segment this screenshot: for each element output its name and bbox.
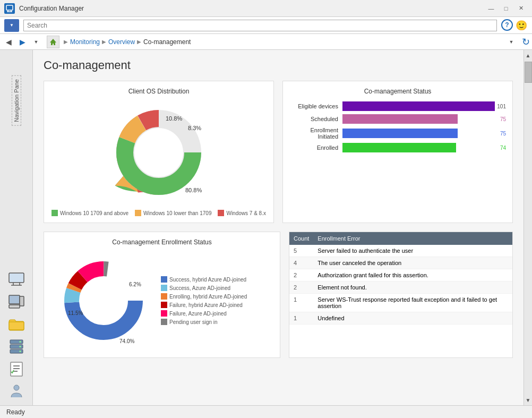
enroll-label-blue: 74.0% [119,338,134,344]
enrollment-svg: 6.2% 11.5% 74.0% [50,250,157,351]
table-row: 1 Server WS-Trust response reported faul… [289,294,512,312]
bar-track-enrollment-initiated [342,129,498,138]
error-message: Element not found. [313,281,512,294]
search-bar: ▼ ? 🙂 [0,17,532,34]
enroll-center [80,277,127,324]
bar-track-eligible [342,101,495,111]
error-count: 1 [289,312,313,325]
search-actions: ? 🙂 [501,19,528,32]
breadcrumb-monitoring[interactable]: Monitoring [70,38,100,46]
status-bar: Ready [0,405,532,418]
svg-point-17 [19,341,21,343]
client-os-legend: Windows 10 1709 and above Windows 10 low… [52,210,266,216]
dropdown-button[interactable]: ▼ [30,36,42,48]
enroll-label-red: 11.5% [68,310,83,316]
forward-button[interactable]: ▶ [16,36,29,48]
error-table-body: 5 Server failed to authenticate the user… [289,245,512,325]
sidebar-icon-computer[interactable] [6,293,27,312]
breadcrumb-sep-2: ▶ [102,39,106,45]
main-layout: Navigation Pane [0,50,532,405]
svg-rect-12 [9,305,20,308]
title-bar: Configuration Manager — □ ✕ [0,0,532,17]
comanagement-status-title: Co-management Status [289,88,506,95]
bar-label-eligible: Eligible devices [289,103,342,109]
window-controls: — □ ✕ [484,3,528,14]
enroll-dot-pink [161,310,167,317]
svg-rect-10 [9,295,20,304]
close-button[interactable]: ✕ [514,3,528,14]
maximize-button[interactable]: □ [499,3,513,14]
legend-red: Windows 7 & 8.x [218,210,265,216]
enrollment-errors-table: Count Enrollment Error 5 Server failed t… [289,232,513,358]
enroll-label-failure-hybrid: Failure, hybrid Azure AD-joined [169,302,243,308]
sidebar-icon-server[interactable] [6,337,27,356]
legend-yellow: Windows 10 lower than 1709 [135,210,211,216]
status-text: Ready [6,408,25,416]
enroll-label-azure-success: Success, Azure AD-joined [169,285,230,291]
sidebar-icon-checklist[interactable] [6,360,27,379]
bar-row-eligible: Eligible devices 101 [289,101,506,111]
table-row: 4 The user canceled the operation [289,257,512,269]
svg-rect-11 [20,296,24,306]
client-os-chart: Client OS Distribution [44,81,274,223]
enrollment-legend: Success, hybrid Azure AD-joined Success,… [161,276,247,325]
enrollment-inner: 6.2% 11.5% 74.0% Success, hybrid Azure A… [50,250,273,351]
enroll-label-enrolling-hybrid: Enrolling, hybrid Azure AD-joined [169,294,247,300]
refresh-icon[interactable]: ↻ [522,36,530,48]
enroll-label-pending: Pending user sign in [169,319,218,325]
bar-fill-enrollment-initiated [342,129,458,138]
svg-marker-4 [50,39,56,45]
breadcrumb-comanagement: Co-management [143,38,191,46]
enroll-legend-lightblue: Success, Azure AD-joined [161,285,247,291]
table-row: 2 Authorization grant failed for this as… [289,269,512,281]
enroll-dot-grey [161,319,167,325]
content-area[interactable]: Co-management Client OS Distribution [33,50,524,405]
client-os-donut: 8.3% 10.8% 80.8% Windows 10 1709 and abo… [50,99,267,216]
sidebar-icon-folder[interactable] [6,315,27,334]
svg-rect-6 [10,274,23,282]
back-button[interactable]: ◀ [2,36,15,48]
bar-track-scheduled [342,114,498,124]
legend-label-green: Windows 10 1709 and above [60,210,128,216]
errors-table: Count Enrollment Error 5 Server failed t… [289,232,512,325]
error-count: 2 [289,281,313,294]
bar-fill-eligible [342,101,495,111]
enroll-dot-blue [161,276,167,283]
svg-rect-20 [11,362,22,376]
table-row: 1 Undefined [289,312,512,325]
bottom-row: Co-management Enrollment Status [44,232,513,358]
scroll-up-arrow[interactable]: ▲ [524,50,533,61]
search-input[interactable] [23,20,497,31]
right-scrollbar[interactable]: ▲ ▼ [524,50,532,405]
os-center-hole [134,128,183,177]
scroll-thumb[interactable] [525,62,532,83]
bar-row-enrollment-initiated: EnrollmentInitiated 75 [289,127,506,140]
error-message: Undefined [313,312,512,325]
enroll-dot-darkred [161,302,167,308]
error-count: 4 [289,257,313,269]
svg-rect-0 [6,5,13,10]
enroll-label-lightblue: 6.2% [129,281,141,287]
sidebar-icon-monitor[interactable] [6,270,27,289]
enroll-label-failure-azure: Failure, Azure AD-joined [169,311,227,317]
menu-button[interactable]: ▼ [4,19,19,32]
breadcrumb-overview[interactable]: Overview [108,38,135,46]
breadcrumb-dropdown[interactable]: ▼ [505,36,518,48]
bar-track-enrolled [342,143,498,152]
page-title: Co-management [44,58,513,72]
sidebar-icon-person[interactable] [6,382,27,401]
bar-value-enrolled: 74 [500,145,506,151]
enrollment-status-chart: Co-management Enrollment Status [44,232,280,358]
error-message: Server WS-Trust response reported fault … [313,294,512,312]
bar-label-scheduled: Scheduled [289,116,342,122]
home-button[interactable] [47,36,59,48]
client-os-title: Client OS Distribution [50,88,267,95]
enroll-legend-blue: Success, hybrid Azure AD-joined [161,276,247,283]
error-message: Server failed to authenticate the user [313,245,512,257]
svg-rect-13 [9,322,24,330]
bar-fill-enrolled [342,143,456,152]
help-icon[interactable]: ? [501,19,513,31]
minimize-button[interactable]: — [484,3,498,14]
scroll-down-arrow[interactable]: ▼ [524,395,533,405]
user-icon[interactable]: 🙂 [515,19,528,32]
